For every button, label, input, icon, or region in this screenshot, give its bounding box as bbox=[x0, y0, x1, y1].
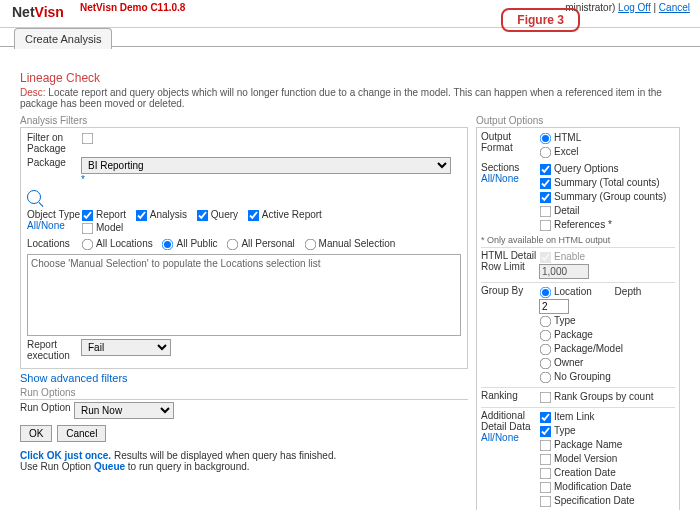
adv-filters-link[interactable]: Show advanced filters bbox=[20, 372, 468, 384]
loc-public[interactable] bbox=[162, 239, 174, 251]
top-links: ministrator) Log Off | Cancel bbox=[565, 2, 690, 13]
type-model[interactable] bbox=[82, 223, 94, 235]
enable-limit bbox=[540, 252, 552, 264]
footer-note: Click OK just once. Results will be disp… bbox=[20, 450, 468, 472]
obj-type-allnone[interactable]: All/None bbox=[27, 220, 65, 231]
grp-package[interactable] bbox=[540, 330, 552, 342]
type-query[interactable] bbox=[196, 210, 208, 222]
ranking-label: Ranking bbox=[481, 390, 539, 401]
add-created[interactable] bbox=[540, 468, 552, 480]
sec-refs[interactable] bbox=[540, 220, 552, 232]
logo: NetVisn bbox=[12, 4, 64, 20]
sections-allnone[interactable]: All/None bbox=[481, 173, 519, 184]
page-title: Lineage Check bbox=[20, 71, 680, 85]
rank-check[interactable] bbox=[540, 392, 552, 404]
figure-badge: Figure 3 bbox=[501, 8, 580, 32]
sec-group[interactable] bbox=[540, 192, 552, 204]
sec-note: * Only available on HTML output bbox=[481, 235, 675, 245]
package-star[interactable]: * bbox=[81, 174, 461, 185]
filter-on-label: Filter on Package bbox=[27, 132, 81, 154]
depth-input[interactable] bbox=[539, 299, 569, 314]
locations-label: Locations bbox=[27, 238, 81, 249]
fmt-label: Output Format bbox=[481, 131, 539, 153]
tab-create-analysis[interactable]: Create Analysis bbox=[14, 28, 112, 49]
cancel-link[interactable]: Cancel bbox=[659, 2, 690, 13]
add-modified[interactable] bbox=[540, 482, 552, 494]
grp-type[interactable] bbox=[540, 316, 552, 328]
search-icon[interactable] bbox=[27, 190, 41, 204]
locations-box[interactable]: Choose 'Manual Selection' to populate th… bbox=[27, 254, 461, 336]
package-label: Package bbox=[27, 157, 81, 168]
output-title: Output Options bbox=[476, 115, 680, 126]
sec-query[interactable] bbox=[540, 164, 552, 176]
package-select[interactable]: BI Reporting bbox=[81, 157, 451, 174]
add-itemlink[interactable] bbox=[540, 412, 552, 424]
add-spec[interactable] bbox=[540, 496, 552, 508]
fmt-excel[interactable] bbox=[540, 147, 552, 159]
html-limit-label: HTML Detail Row Limit bbox=[481, 250, 539, 272]
ok-button[interactable]: OK bbox=[20, 425, 52, 442]
filters-title: Analysis Filters bbox=[20, 115, 468, 126]
loc-all[interactable] bbox=[82, 239, 94, 251]
grp-none[interactable] bbox=[540, 372, 552, 384]
grp-pkgmodel[interactable] bbox=[540, 344, 552, 356]
groupby-label: Group By bbox=[481, 285, 539, 296]
logoff-link[interactable]: Log Off bbox=[618, 2, 651, 13]
obj-type-label: Object TypeAll/None bbox=[27, 209, 81, 231]
run-option-select[interactable]: Run Now bbox=[74, 402, 174, 419]
filter-on-checkbox[interactable] bbox=[82, 133, 94, 145]
add-data-label: Additional Detail Data bbox=[481, 410, 530, 432]
type-active-report[interactable] bbox=[247, 210, 259, 222]
sec-detail[interactable] bbox=[540, 206, 552, 218]
loc-manual[interactable] bbox=[304, 239, 316, 251]
cancel-button[interactable]: Cancel bbox=[57, 425, 106, 442]
run-option-label: Run Option bbox=[20, 402, 74, 413]
type-report[interactable] bbox=[82, 210, 94, 222]
fmt-html[interactable] bbox=[540, 133, 552, 145]
run-title: Run Options bbox=[20, 387, 468, 398]
limit-input bbox=[539, 264, 589, 279]
sec-total[interactable] bbox=[540, 178, 552, 190]
grp-location[interactable] bbox=[540, 287, 552, 299]
loc-personal[interactable] bbox=[227, 239, 239, 251]
add-pkgname[interactable] bbox=[540, 440, 552, 452]
sections-label: Sections bbox=[481, 162, 519, 173]
add-modelver[interactable] bbox=[540, 454, 552, 466]
page-desc: Desc: Locate report and query objects wh… bbox=[20, 87, 680, 109]
report-exec-select[interactable]: Fail bbox=[81, 339, 171, 356]
report-exec-label: Report execution bbox=[27, 339, 81, 361]
grp-owner[interactable] bbox=[540, 358, 552, 370]
add-type[interactable] bbox=[540, 426, 552, 438]
type-analysis[interactable] bbox=[135, 210, 147, 222]
version-label: NetVisn Demo C11.0.8 bbox=[80, 2, 185, 13]
add-data-allnone[interactable]: All/None bbox=[481, 432, 519, 443]
